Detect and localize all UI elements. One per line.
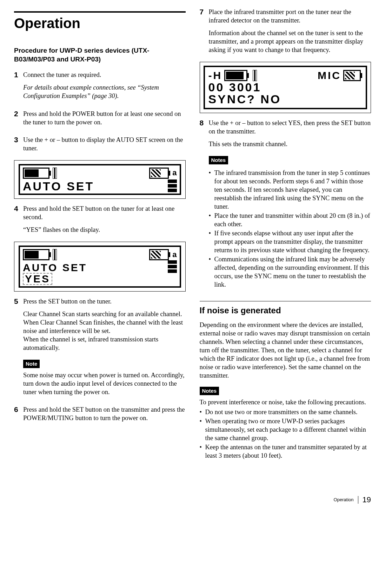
procedure-heading: Procedure for UWP-D series devices (UTX-… xyxy=(14,46,186,64)
step-text: Press and hold the POWER button for at l… xyxy=(23,110,186,126)
lcd-yes-flash: YES xyxy=(23,273,52,285)
battery-icon xyxy=(149,249,169,260)
lcd-text: SYNC? NO xyxy=(208,93,281,105)
step-4: 4 Press and hold the SET button on the t… xyxy=(14,204,186,238)
noise-notes-list: Do not use two or more transmitters on t… xyxy=(200,408,371,460)
step-number: 1 xyxy=(14,70,23,104)
lcd-screen-sync: -H MIC 00 3001 SYNC? NO xyxy=(200,62,371,113)
step-para: When Clear Channel Scan finishes, the ch… xyxy=(23,318,186,335)
step-text: Place the infrared transmitter port on t… xyxy=(209,8,371,25)
list-item: The infrared transmission from the tuner… xyxy=(209,169,371,211)
step-text: Press the SET button on the tuner. xyxy=(23,297,186,306)
step-1: 1 Connect the tuner as required. For det… xyxy=(14,70,186,104)
notes-list: The infrared transmission from the tuner… xyxy=(209,169,371,289)
step-number: 3 xyxy=(14,135,23,157)
list-item: Do not use two or more transmitters on t… xyxy=(200,408,371,416)
battery-icon xyxy=(149,168,169,179)
page-footer: Operation 19 xyxy=(14,495,371,505)
note-label: Note xyxy=(23,360,40,368)
step-number: 6 xyxy=(14,405,23,426)
battery-icon xyxy=(23,249,49,260)
lcd-text: AUTO SET xyxy=(23,262,87,273)
step-number: 4 xyxy=(14,204,23,238)
step-sub: This sets the transmit channel. xyxy=(209,140,371,148)
lcd-screen-auto-set-yes: a AUTO SET YES xyxy=(14,242,186,292)
step-sub: Information about the channel set on the… xyxy=(209,29,371,54)
lcd-suffix: a xyxy=(172,250,177,260)
step-text: Connect the tuner as required. xyxy=(23,71,186,79)
step-para: Clear Channel Scan starts searching for … xyxy=(23,310,186,318)
step-number: 7 xyxy=(200,7,209,58)
step-2: 2 Press and hold the POWER button for at… xyxy=(14,109,186,131)
step-number: 8 xyxy=(200,118,209,292)
note-text: Some noise may occur when power is turne… xyxy=(23,371,186,396)
list-item: When operating two or more UWP-D series … xyxy=(200,417,371,442)
step-para: When the channel is set, infrared transm… xyxy=(23,335,186,352)
notes-label: Notes xyxy=(209,156,228,164)
list-item: Communications using the infrared link m… xyxy=(209,255,371,289)
step-text: Use the + or – button to display the AUT… xyxy=(23,136,186,152)
step-sub: “YES” flashes on the display. xyxy=(23,226,186,234)
step-6: 6 Press and hold the SET button on the t… xyxy=(14,405,186,426)
list-item: Keep the antennas on the tuner and trans… xyxy=(200,443,371,460)
battery-icon xyxy=(224,70,247,81)
lcd-screen-auto-set: a AUTO SET xyxy=(14,160,186,199)
footer-divider xyxy=(358,496,358,504)
notes-intro: To prevent interference or noise, take t… xyxy=(200,398,371,406)
step-number: 5 xyxy=(14,296,23,400)
step-text: Press and hold the SET button on the tra… xyxy=(23,405,186,422)
page-number: 19 xyxy=(363,495,371,505)
step-number: 2 xyxy=(14,109,23,131)
divider-icon xyxy=(53,168,57,178)
right-column: 7 Place the infrared transmitter port on… xyxy=(200,7,371,463)
lcd-text: AUTO SET xyxy=(23,180,94,192)
notes-label: Notes xyxy=(200,387,219,395)
divider-icon xyxy=(53,249,57,260)
step-8: 8 Use the + or – button to select YES, t… xyxy=(200,118,371,292)
footer-section: Operation xyxy=(333,497,353,503)
step-text: Use the + or – button to select YES, the… xyxy=(209,119,371,136)
signal-bars-icon xyxy=(168,260,177,273)
noise-heading: If noise is generated xyxy=(200,301,371,316)
lcd-text: MIC xyxy=(318,70,341,81)
lcd-suffix: a xyxy=(172,168,177,178)
battery-icon xyxy=(343,70,361,81)
step-5: 5 Press the SET button on the tuner. Cle… xyxy=(14,296,186,400)
list-item: Place the tuner and transmitter within a… xyxy=(209,211,371,228)
signal-bars-icon xyxy=(168,179,177,192)
step-detail: For details about example connections, s… xyxy=(23,83,186,100)
left-column: Operation Procedure for UWP-D series dev… xyxy=(14,7,186,463)
page-title: Operation xyxy=(14,11,186,32)
battery-icon xyxy=(23,168,49,179)
divider-icon xyxy=(253,70,257,81)
lcd-text: 00 3001 xyxy=(208,81,261,93)
step-3: 3 Use the + or – button to display the A… xyxy=(14,135,186,157)
step-text: Press and hold the SET button on the tun… xyxy=(23,204,186,221)
noise-para: Depending on the environment where the d… xyxy=(200,321,371,380)
list-item: If five seconds elapse without any user … xyxy=(209,229,371,254)
lcd-text: -H xyxy=(208,70,223,81)
step-7: 7 Place the infrared transmitter port on… xyxy=(200,7,371,58)
